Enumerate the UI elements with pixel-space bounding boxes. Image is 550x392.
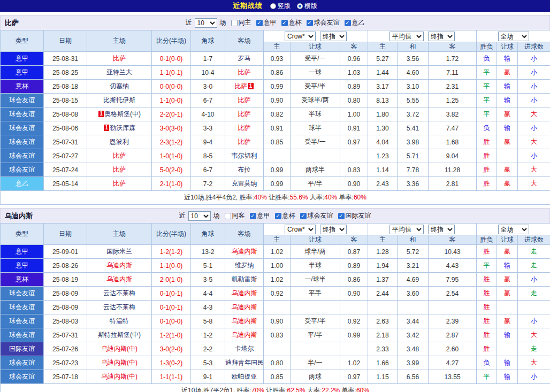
league-type: 球会友谊 bbox=[1, 149, 44, 163]
team-link[interactable]: 国际米兰 bbox=[106, 248, 132, 255]
filter-near-label: 近 bbox=[186, 18, 192, 27]
bookmaker-odds: 0.99 bbox=[264, 177, 291, 191]
team-link[interactable]: 维罗纳 bbox=[235, 262, 254, 269]
bookmaker-odds: 两球半 bbox=[291, 163, 340, 177]
home-team: 乌迪内斯(中) bbox=[87, 342, 152, 356]
team-link[interactable]: 斯特拉斯堡(中) bbox=[98, 331, 141, 339]
goals-result: 小 bbox=[518, 273, 550, 287]
away-team: 罗马 bbox=[225, 52, 264, 66]
team-link[interactable]: 罗马 bbox=[238, 55, 251, 62]
team-link[interactable]: 比斯托伊斯 bbox=[103, 96, 135, 104]
filter-checkbox-球会友谊[interactable]: ✓球会友谊 bbox=[300, 211, 333, 220]
team-link[interactable]: 比萨 bbox=[113, 180, 126, 187]
team-link[interactable]: 比萨 bbox=[235, 82, 248, 90]
team-link[interactable]: 凯勒雷斯 bbox=[232, 275, 257, 283]
team-link[interactable]: 乌迪内斯 bbox=[232, 317, 257, 325]
team-link[interactable]: 比萨 bbox=[238, 96, 251, 104]
average-select[interactable]: 平均值 bbox=[389, 32, 424, 41]
team-link[interactable]: 乌迪内斯 bbox=[232, 289, 257, 297]
team-link[interactable]: 布拉 bbox=[238, 166, 251, 173]
red-card-badge: 1 bbox=[98, 111, 104, 117]
average-odds: 1.80 bbox=[368, 107, 398, 121]
filter-checkbox-同主[interactable]: 同主 bbox=[231, 18, 251, 27]
match-result: 胜 bbox=[477, 301, 497, 314]
team-link[interactable]: 恩波利 bbox=[110, 138, 129, 145]
team-link[interactable]: 乌迪内斯 bbox=[232, 331, 257, 339]
radio-selected-icon bbox=[297, 3, 303, 9]
bookmaker-odds: 0.90 bbox=[340, 287, 368, 301]
col-header: 日期 bbox=[44, 30, 87, 52]
team-link[interactable]: 比萨 bbox=[113, 166, 126, 173]
team-link[interactable]: 乌迪内斯 bbox=[106, 275, 132, 283]
team-link[interactable]: 云达不莱梅 bbox=[103, 289, 135, 297]
bookmaker-period-select[interactable]: 终指 bbox=[320, 225, 347, 234]
average-odds: 2.81 bbox=[429, 177, 477, 191]
filter-checkbox-意杯[interactable]: ✓意杯 bbox=[281, 18, 302, 27]
team-link[interactable]: 韦尔切利 bbox=[232, 152, 257, 159]
filter-checkbox-国际友谊[interactable]: ✓国际友谊 bbox=[338, 211, 371, 220]
team-link[interactable]: 乌迪内斯 bbox=[232, 303, 257, 311]
team-link[interactable]: 乌迪内斯 bbox=[106, 262, 132, 269]
team-link[interactable]: 切塞纳 bbox=[110, 82, 129, 90]
home-team: 恩波利 bbox=[87, 135, 152, 149]
league-type: 球会友谊 bbox=[1, 287, 44, 301]
team-link[interactable]: 比萨 bbox=[238, 68, 251, 76]
scope-select[interactable]: 全场 bbox=[498, 32, 529, 41]
team-link[interactable]: 云达不莱梅 bbox=[103, 303, 135, 311]
average-period-select[interactable]: 终指 bbox=[428, 225, 455, 234]
bookmaker-odds: 0.93 bbox=[264, 52, 291, 66]
bookmaker-odds bbox=[291, 342, 340, 356]
average-select[interactable]: 平均值 bbox=[389, 225, 424, 234]
bookmaker-select[interactable]: Crow* bbox=[285, 32, 316, 41]
team-link[interactable]: 欧帕提亚 bbox=[232, 373, 257, 380]
score: 2-0(1-0) bbox=[152, 273, 191, 287]
checkbox-label: 同主 bbox=[239, 18, 251, 27]
away-team: 凯勒雷斯 bbox=[225, 273, 264, 287]
match-date: 25-08-03 bbox=[44, 314, 87, 328]
team-link[interactable]: 勒沃库森 bbox=[110, 124, 135, 132]
bookmaker-select[interactable]: Crow* bbox=[285, 225, 316, 234]
team-link[interactable]: 比萨 bbox=[113, 152, 126, 159]
team-link[interactable]: 乌迪内斯(中) bbox=[101, 359, 138, 366]
match-count-select[interactable]: 10 bbox=[188, 211, 211, 221]
corner-score: 5-3 bbox=[191, 356, 225, 370]
filter-checkbox-意杯[interactable]: ✓意杯 bbox=[275, 211, 295, 220]
filter-checkbox-同客[interactable]: 同客 bbox=[225, 211, 245, 220]
topbar: 近期战绩 竖版横版 bbox=[0, 0, 550, 12]
team-link[interactable]: 乌迪内斯(中) bbox=[101, 373, 138, 380]
team-link[interactable]: 比萨 bbox=[238, 124, 251, 132]
bookmaker-odds: 0.80 bbox=[264, 356, 291, 370]
filter-checkbox-球会友谊[interactable]: ✓球会友谊 bbox=[307, 18, 340, 27]
bookmaker-period-select[interactable]: 终指 bbox=[320, 32, 347, 41]
goals-result: 小 bbox=[518, 66, 550, 80]
bookmaker-odds: 1.02 bbox=[340, 356, 368, 370]
match-date: 25-08-09 bbox=[44, 301, 87, 314]
team-link[interactable]: 奥格斯堡(中) bbox=[104, 110, 141, 118]
average-period-select[interactable]: 终指 bbox=[428, 32, 455, 41]
team-link[interactable]: 特温特 bbox=[110, 317, 129, 325]
scope-select[interactable]: 全场 bbox=[498, 225, 529, 234]
filter-checkbox-意甲[interactable]: ✓意甲 bbox=[256, 18, 277, 27]
team-link[interactable]: 乌迪内斯 bbox=[232, 248, 257, 255]
match-count-select[interactable]: 10 bbox=[195, 18, 217, 28]
match-result: 负 bbox=[477, 121, 497, 135]
match-date: 25-05-14 bbox=[44, 177, 87, 191]
layout-radio-vertical[interactable]: 竖版 bbox=[270, 2, 291, 11]
team-link[interactable]: 比萨 bbox=[238, 138, 251, 145]
team-link[interactable]: 比萨 bbox=[238, 110, 251, 118]
filter-checkbox-意乙[interactable]: ✓意乙 bbox=[345, 18, 365, 27]
match-date: 25-08-09 bbox=[44, 287, 87, 301]
team-link[interactable]: 卡塔尔 bbox=[235, 345, 254, 352]
team-link[interactable]: 乌迪内斯(中) bbox=[101, 345, 138, 352]
goals-result: 小 bbox=[518, 94, 550, 107]
score: 0-1(0-1) bbox=[152, 301, 191, 314]
team-link[interactable]: 比萨 bbox=[113, 55, 126, 62]
layout-radio-horizontal[interactable]: 横版 bbox=[297, 2, 317, 11]
checkbox-label: 球会友谊 bbox=[308, 211, 333, 220]
checkbox-unchecked-icon bbox=[231, 20, 238, 26]
bookmaker-odds: 一/球半 bbox=[291, 273, 340, 287]
team-link[interactable]: 克雷莫纳 bbox=[232, 180, 257, 187]
filter-checkbox-意甲[interactable]: ✓意甲 bbox=[250, 211, 270, 220]
team-link[interactable]: 亚特兰大 bbox=[106, 68, 132, 76]
team-link[interactable]: 迪拜青年国民 bbox=[225, 359, 264, 366]
